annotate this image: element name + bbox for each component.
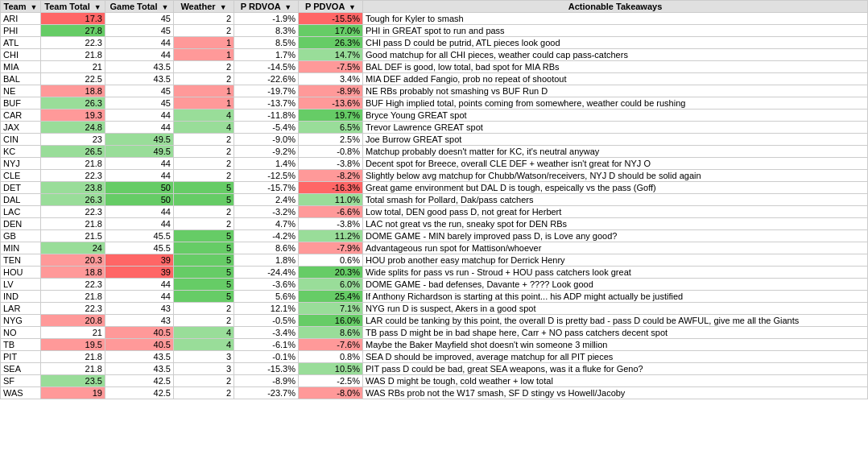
cell-team: TEN (1, 254, 41, 267)
header-team-total[interactable]: Team Total ▼ (41, 1, 105, 13)
cell-p-rdvoa: -4.2% (234, 230, 299, 242)
cell-game-total: 50 (105, 194, 174, 206)
cell-p-pdvoa: -8.9% (299, 85, 363, 97)
sort-arrow-team-total: ▼ (94, 3, 101, 11)
cell-p-pdvoa: -13.6% (299, 97, 363, 110)
cell-team: LV (1, 279, 41, 291)
cell-p-rdvoa: -15.3% (234, 363, 299, 375)
cell-game-total: 39 (105, 254, 174, 267)
cell-p-pdvoa: 19.7% (299, 110, 363, 122)
table-row: TB19.540.54-6.1%-7.6%Maybe the Baker May… (1, 339, 868, 351)
header-prdvoa[interactable]: P RDVOA ▼ (234, 1, 299, 13)
cell-weather: 5 (174, 242, 234, 254)
cell-weather: 2 (174, 315, 234, 327)
cell-team-total: 21 (41, 327, 105, 339)
cell-game-total: 40.5 (105, 327, 174, 339)
cell-p-rdvoa: 1.8% (234, 254, 299, 267)
cell-takeaway: Bryce Young GREAT spot (363, 110, 868, 122)
header-ppdvoa[interactable]: P PDVOA ▼ (299, 1, 363, 13)
cell-team: CIN (1, 134, 41, 146)
table-row: NYG20.8432-0.5%16.0%LAR could be tanking… (1, 315, 868, 327)
cell-p-pdvoa: 17.0% (299, 25, 363, 37)
cell-p-rdvoa: -24.4% (234, 267, 299, 279)
cell-p-pdvoa: 3.4% (299, 73, 363, 85)
cell-team-total: 24.8 (41, 122, 105, 134)
cell-weather: 1 (174, 37, 234, 49)
cell-team: CLE (1, 170, 41, 182)
cell-weather: 4 (174, 122, 234, 134)
cell-team: NYJ (1, 158, 41, 170)
cell-p-rdvoa: -23.7% (234, 387, 299, 399)
table-row: DEN21.84424.7%-3.8%LAC not great vs the … (1, 218, 868, 230)
cell-game-total: 44 (105, 291, 174, 303)
cell-game-total: 45 (105, 13, 174, 25)
cell-p-rdvoa: 4.7% (234, 218, 299, 230)
cell-p-pdvoa: 14.7% (299, 49, 363, 61)
cell-team-total: 22.3 (41, 303, 105, 315)
cell-p-pdvoa: -3.8% (299, 158, 363, 170)
cell-team-total: 21.8 (41, 218, 105, 230)
table-row: BUF26.3451-13.7%-13.6%BUF High implied t… (1, 97, 868, 110)
cell-weather: 2 (174, 158, 234, 170)
cell-weather: 1 (174, 85, 234, 97)
table-row: ARI17.3452-1.9%-15.5%Tough for Kyler to … (1, 13, 868, 25)
header-game-total[interactable]: Game Total ▼ (105, 1, 174, 13)
cell-p-rdvoa: 5.6% (234, 291, 299, 303)
fantasy-table: Team ▼ Team Total ▼ Game Total ▼ Weather… (0, 0, 868, 399)
cell-p-rdvoa: 1.4% (234, 158, 299, 170)
cell-team: GB (1, 230, 41, 242)
table-row: LV22.3445-3.6%6.0%DOME GAME - bad defens… (1, 279, 868, 291)
sort-arrow-team: ▼ (31, 3, 38, 11)
cell-takeaway: NYG run D is suspect, Akers in a good sp… (363, 303, 868, 315)
cell-team: MIN (1, 242, 41, 254)
cell-takeaway: DOME GAME - bad defenses, Davante + ????… (363, 279, 868, 291)
cell-p-rdvoa: -13.7% (234, 97, 299, 110)
table-row: CIN2349.52-9.0%2.5%Joe Burrow GREAT spot (1, 134, 868, 146)
cell-game-total: 45.5 (105, 242, 174, 254)
cell-takeaway: Wide splits for pass vs run - Stroud + H… (363, 267, 868, 279)
cell-weather: 3 (174, 363, 234, 375)
header-weather[interactable]: Weather ▼ (174, 1, 234, 13)
cell-team: MIA (1, 61, 41, 73)
cell-game-total: 44 (105, 37, 174, 49)
cell-weather: 2 (174, 206, 234, 218)
table-row: NO2140.54-3.4%8.6%TB pass D might be in … (1, 327, 868, 339)
cell-team: BAL (1, 73, 41, 85)
table-row: CLE22.3442-12.5%-8.2%Slightly below avg … (1, 170, 868, 182)
cell-team: JAX (1, 122, 41, 134)
table-row: TEN20.33951.8%0.6%HOU prob another easy … (1, 254, 868, 267)
cell-takeaway: HOU prob another easy matchup for Derric… (363, 254, 868, 267)
cell-game-total: 45 (105, 97, 174, 110)
cell-weather: 2 (174, 375, 234, 387)
cell-weather: 1 (174, 97, 234, 110)
cell-team: LAR (1, 303, 41, 315)
cell-takeaway: DOME GAME - MIN barely improved pass D, … (363, 230, 868, 242)
cell-team-total: 21.8 (41, 291, 105, 303)
cell-team: NYG (1, 315, 41, 327)
cell-weather: 2 (174, 13, 234, 25)
cell-p-pdvoa: 16.0% (299, 315, 363, 327)
cell-game-total: 44 (105, 279, 174, 291)
cell-takeaway: LAC not great vs the run, sneaky spot fo… (363, 218, 868, 230)
cell-team: NE (1, 85, 41, 97)
cell-team: PIT (1, 351, 41, 363)
cell-weather: 4 (174, 110, 234, 122)
cell-team-total: 21.8 (41, 158, 105, 170)
sort-arrow-game-total: ▼ (162, 3, 169, 11)
cell-takeaway: Advantageous run spot for Mattison/whoev… (363, 242, 868, 254)
cell-game-total: 44 (105, 49, 174, 61)
cell-game-total: 39 (105, 267, 174, 279)
cell-team: DAL (1, 194, 41, 206)
cell-takeaway: Decent spot for Breece, overall CLE DEF … (363, 158, 868, 170)
header-takeaway: Actionable Takeaways (363, 1, 868, 13)
cell-team: TB (1, 339, 41, 351)
cell-team-total: 26.3 (41, 97, 105, 110)
table-row: CAR19.3444-11.8%19.7%Bryce Young GREAT s… (1, 110, 868, 122)
cell-p-pdvoa: -8.0% (299, 387, 363, 399)
cell-team-total: 17.3 (41, 13, 105, 25)
header-team[interactable]: Team ▼ (1, 1, 41, 13)
cell-game-total: 49.5 (105, 146, 174, 158)
cell-p-rdvoa: -3.2% (234, 206, 299, 218)
cell-team: IND (1, 291, 41, 303)
cell-p-rdvoa: 2.4% (234, 194, 299, 206)
